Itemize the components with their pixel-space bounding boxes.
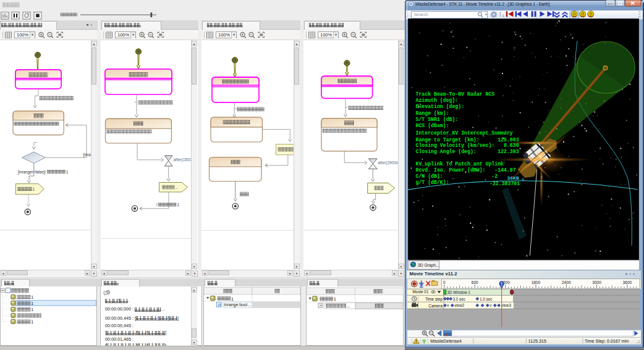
svg-text:1: 1 (31, 301, 33, 306)
svg-text:1: 1 (334, 297, 336, 301)
svg-text:Movie 01: Movie 01 (413, 290, 429, 294)
svg-text:[inranger=false]/: [inranger=false]/ (18, 170, 46, 175)
svg-text:1: 1 (66, 170, 69, 174)
svg-text:-22.383701: -22.383701 (489, 181, 520, 186)
svg-text:S/T SNR1 (dB):: S/T SNR1 (dB): (416, 117, 459, 122)
svg-text:1: 1 (33, 187, 35, 191)
svg-text:Range to Target (km): 125: Range to Target (km): 125.003 (416, 137, 519, 143)
svg-text:MissileDefense4: MissileDefense4 (430, 339, 462, 343)
svg-text:...: ... (347, 304, 350, 308)
svg-text:3D Window 1: 3D Window 1 (447, 290, 471, 294)
svg-text:Camera: Camera (428, 304, 443, 308)
svg-text:Rcvd. Iso. Power (dBW): -144: Rcvd. Iso. Power (dBW): -144.97 (416, 167, 516, 173)
svg-text:15: 15 (218, 303, 221, 307)
svg-text:3600: 3600 (623, 280, 632, 285)
svg-text:after(2900m: after(2900m (378, 160, 398, 165)
svg-text:1800: 1800 (532, 280, 541, 285)
svg-text:Time step: Time step (425, 297, 443, 302)
svg-text:..: .. (176, 185, 178, 190)
svg-text:view3: view3 (501, 303, 512, 307)
svg-text:Track Beam-To-RV Radar RCS: Track Beam-To-RV Radar RCS (416, 91, 495, 97)
svg-text:1125.315: 1125.315 (528, 339, 546, 344)
svg-text:1: 1 (177, 202, 180, 207)
svg-text:1: 1 (31, 320, 33, 324)
svg-text:Interceptor_KV Intercept_Summa: Interceptor_KV Intercept_Summary (416, 130, 513, 136)
svg-text:Elevation (deg):: Elevation (deg): (416, 104, 465, 109)
svg-text:after(1500m: after(1500m (174, 157, 191, 162)
svg-text:KV_uplink To Patch_ant Uplink: KV_uplink To Patch_ant Uplink (416, 161, 504, 167)
svg-text:[inra: [inra (83, 152, 91, 157)
svg-text:inrange:bool...: inrange:bool... (224, 302, 251, 307)
svg-text:view2: view2 (454, 303, 465, 307)
svg-text:36KB: 36KB (507, 175, 519, 181)
svg-text:RCS (dBsm):: RCS (dBsm): (416, 123, 449, 128)
svg-text:/: / (156, 202, 158, 207)
svg-text:0: 0 (443, 280, 446, 285)
svg-text:Closing Angle (deg): 122: Closing Angle (deg): 122.393 (416, 149, 519, 154)
svg-text:3.0 sec: 3.0 sec (453, 297, 465, 301)
svg-text:3000: 3000 (592, 280, 601, 285)
svg-text:1: 1 (231, 297, 234, 301)
svg-text:1.0 sec: 1.0 sec (480, 297, 492, 301)
svg-text:C/N (dB): -2: C/N (dB): -2 (416, 173, 498, 179)
svg-text:Range (km):: Range (km): (416, 110, 449, 116)
svg-text:1: 1 (31, 307, 33, 312)
svg-text:Azimuth (deg):: Azimuth (deg): (416, 98, 459, 103)
svg-text:g/T (dB/K):: g/T (dB/K): (416, 180, 449, 185)
svg-text:600: 600 (472, 280, 478, 285)
svg-text:1: 1 (31, 295, 33, 299)
svg-text:Closing Velocity (km/sec): 8: Closing Velocity (km/sec): 8.639 (416, 143, 519, 148)
svg-text:Time Step: 0.0167 min: Time Step: 0.0167 min (585, 339, 629, 344)
svg-text:2400: 2400 (562, 280, 571, 285)
